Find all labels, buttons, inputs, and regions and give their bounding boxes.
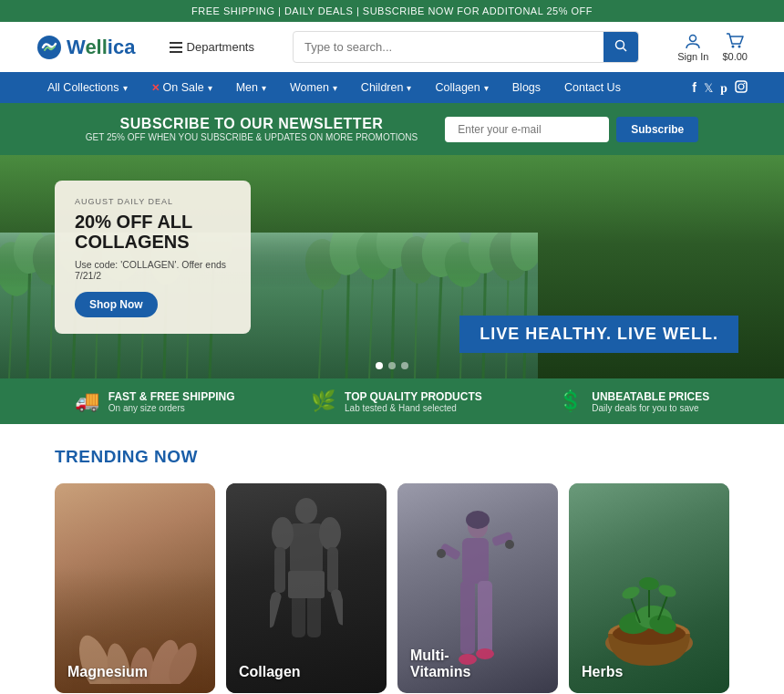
search-bar [293,31,639,63]
hero-card-description: Use code: 'COLLAGEN'. Offer ends 7/21/2 [75,259,231,281]
newsletter-text: SUBSCRIBE TO OUR NEWSLETTER GET 25% OFF … [86,116,418,142]
carousel-dot-3[interactable] [401,362,408,369]
nav-collagen[interactable]: Collagen ▾ [424,72,499,103]
nav-blogs[interactable]: Blogs [501,72,552,103]
chevron-icon: ▾ [208,83,212,93]
nav-all-collections[interactable]: All Collections ▾ [36,72,139,103]
svg-rect-9 [736,81,747,92]
cart-button[interactable]: $0.00 [722,33,748,62]
pinterest-icon[interactable]: 𝐩 [720,80,727,96]
search-input[interactable] [294,33,603,61]
header-actions: Sign In $0.00 [677,33,748,62]
svg-rect-73 [460,581,475,654]
nav-children[interactable]: Children ▾ [350,72,423,103]
trending-card-herbs-label: Herbs [582,664,623,680]
svg-rect-60 [290,523,323,574]
chevron-icon: ▾ [262,83,266,93]
trending-card-magnesium[interactable]: Magnesium [55,483,215,693]
svg-rect-69 [288,571,325,598]
svg-rect-66 [330,588,343,626]
user-icon [685,33,701,49]
hero-deal-card: AUGUST DAILY DEAL 20% OFF ALL COLLAGENS … [55,181,251,334]
prices-icon: 💲 [558,389,583,413]
svg-point-4 [616,41,624,49]
header: Wellica Departments Sign In [0,22,784,72]
svg-point-79 [437,549,446,558]
logo[interactable]: Wellica [36,35,135,60]
departments-label: Departments [187,40,254,54]
trending-grid: Magnesium [55,483,729,693]
chevron-icon: ▾ [484,83,489,93]
shipping-subtitle: On any size orders [108,403,235,413]
quality-title: TOP QUALITY PRODUCTS [345,390,482,403]
logo-icon [36,35,62,60]
trending-card-vitamins-label: Multi-Vitamins [410,647,470,680]
trending-title: TRENDING NOW [55,447,729,467]
svg-line-5 [624,48,627,52]
departments-button[interactable]: Departments [170,40,254,54]
features-bar: 🚚 FAST & FREE SHIPPING On any size order… [0,378,784,424]
svg-point-7 [732,45,735,47]
hero-section: AUGUST DAILY DEAL 20% OFF ALL COLLAGENS … [0,155,784,378]
svg-rect-63 [274,547,285,593]
quality-icon: 🌿 [311,389,335,413]
sign-in-button[interactable]: Sign In [677,33,708,62]
nav-contact[interactable]: Contact Us [553,72,632,103]
hero-card-tag: AUGUST DAILY DEAL [75,197,231,206]
svg-point-91 [638,576,659,591]
newsletter-email-input[interactable] [445,117,609,142]
prices-subtitle: Daily deals for you to save [592,403,709,413]
cart-icon [726,33,744,49]
search-button[interactable] [603,32,638,62]
nav-men[interactable]: Men ▾ [225,72,277,103]
subscribe-button[interactable]: Subscribe [616,117,698,142]
svg-point-8 [738,45,741,47]
shop-now-button[interactable]: Shop Now [75,292,158,317]
shipping-icon: 🚚 [75,389,99,413]
svg-rect-1 [170,42,182,44]
nav-women[interactable]: Women ▾ [279,72,348,103]
svg-rect-74 [478,581,492,654]
svg-point-11 [744,82,746,84]
carousel-dot-1[interactable] [376,362,383,369]
hero-carousel-dots [376,362,408,369]
trending-card-herbs[interactable]: Herbs [569,483,729,693]
svg-point-6 [690,35,696,41]
chevron-icon: ▾ [407,83,411,93]
hero-card-title: 20% OFF ALL COLLAGENS [75,212,231,252]
newsletter-subtitle: GET 25% OFF WHEN YOU SUBSCRIBE & UPDATES… [86,132,418,142]
nav-on-sale[interactable]: ✕ On Sale ▾ [140,72,223,103]
trending-card-collagen[interactable]: Collagen [226,483,387,693]
navigation: All Collections ▾ ✕ On Sale ▾ Men ▾ Wome… [0,72,784,103]
newsletter-title: SUBSCRIBE TO OUR NEWSLETTER [86,116,418,132]
feature-prices: 💲 UNBEATABLE PRICES Daily deals for you … [558,389,709,413]
newsletter-section: SUBSCRIBE TO OUR NEWSLETTER GET 25% OFF … [0,103,784,155]
feature-quality: 🌿 TOP QUALITY PRODUCTS Lab tested & Hand… [311,389,482,413]
svg-rect-72 [462,538,489,584]
nav-left: All Collections ▾ ✕ On Sale ▾ Men ▾ Wome… [36,72,632,103]
menu-icon [170,42,182,53]
svg-point-59 [295,498,317,523]
prices-title: UNBEATABLE PRICES [592,390,709,403]
trending-card-magnesium-label: Magnesium [67,664,148,680]
facebook-icon[interactable]: f [692,80,696,95]
svg-rect-65 [270,591,283,628]
logo-text: Wellica [67,36,135,59]
carousel-dot-2[interactable] [388,362,396,369]
announcement-bar: FREE SHIPPING | DAILY DEALS | SUBSCRIBE … [0,0,784,22]
svg-point-80 [505,540,514,549]
svg-rect-2 [170,47,182,48]
trending-card-vitamins[interactable]: Multi-Vitamins [397,483,558,693]
newsletter-form: Subscribe [445,117,698,142]
instagram-icon[interactable] [735,80,748,96]
twitter-icon[interactable]: 𝕏 [704,81,713,95]
svg-point-71 [466,511,490,529]
shipping-title: FAST & FREE SHIPPING [108,390,235,403]
svg-rect-64 [327,547,338,593]
svg-point-10 [738,84,744,89]
trending-section: TRENDING NOW Magnesium [0,424,784,694]
svg-point-62 [319,517,341,550]
search-icon [614,39,627,52]
cart-total: $0.00 [722,51,748,62]
chevron-icon: ▾ [333,83,337,93]
